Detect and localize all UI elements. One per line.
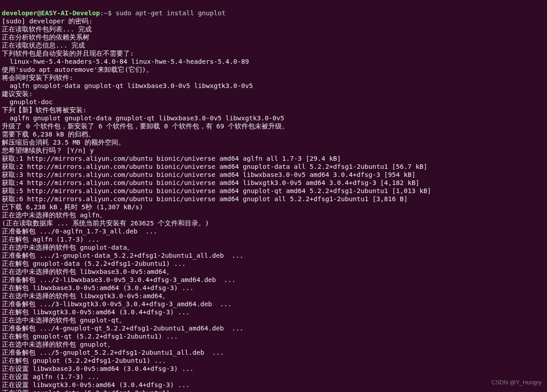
terminal-line: 获取:5 http://mirrors.aliyun.com/ubuntu bi… [2, 187, 545, 195]
terminal-line: 需要下载 6,238 kB 的归档。 [2, 130, 545, 138]
terminal-line: 正准备解包 .../3-libwxgtk3.0-0v5_3.0.4+dfsg-3… [2, 300, 545, 308]
terminal-line: 正在解包 gnuplot (5.2.2+dfsg1-2ubuntu1) ... [2, 357, 545, 365]
prompt-command: sudo apt-get install gnuplot [116, 9, 225, 17]
terminal-output[interactable]: developer@EASY-AI-Develop:~$ sudo apt-ge… [2, 1, 545, 392]
terminal-line: 解压缩后会消耗 23.5 MB 的额外空间。 [2, 138, 545, 146]
terminal-line: gnuplot-doc [2, 98, 545, 106]
terminal-line: aglfn gnuplot gnuplot-data gnuplot-qt li… [2, 114, 545, 122]
terminal-line: 获取:6 http://mirrors.aliyun.com/ubuntu bi… [2, 195, 545, 203]
terminal-line: 正在选中未选择的软件包 libwxgtk3.0-0v5:amd64。 [2, 292, 545, 300]
terminal-line: 正在读取状态信息... 完成 [2, 41, 545, 49]
terminal-line: aglfn gnuplot-data gnuplot-qt libwxbase3… [2, 82, 545, 90]
terminal-line: 获取:2 http://mirrors.aliyun.com/ubuntu bi… [2, 163, 545, 171]
terminal-line: 获取:4 http://mirrors.aliyun.com/ubuntu bi… [2, 179, 545, 187]
terminal-line: 正在设置 gnuplot-data (5.2.2+dfsg1-2ubuntu1)… [2, 389, 545, 392]
terminal-line: 正准备解包 .../0-aglfn_1.7-3_all.deb ... [2, 227, 545, 235]
terminal-line: 已下载 6,238 kB，耗时 5秒 (1,307 kB/s) [2, 203, 545, 211]
terminal-line: 正在设置 aglfn (1.7-3) ... [2, 373, 545, 381]
prompt-path: ~ [104, 9, 108, 17]
terminal-line: 正在解包 gnuplot-data (5.2.2+dfsg1-2ubuntu1)… [2, 260, 545, 268]
terminal-line: 正在分析软件包的依赖关系树 [2, 33, 545, 41]
terminal-line: 正在选中未选择的软件包 aglfn。 [2, 211, 545, 219]
terminal-line: 正在解包 libwxbase3.0-0v5:amd64 (3.0.4+dfsg-… [2, 284, 545, 292]
terminal-line: 将会同时安装下列软件: [2, 74, 545, 82]
prompt-line: developer@EASY-AI-Develop:~$ sudo apt-ge… [2, 9, 226, 17]
terminal-line: [sudo] developer 的密码: [2, 17, 545, 25]
terminal-line: 使用'sudo apt autoremove'来卸载它(它们)。 [2, 66, 545, 74]
watermark-text: CSDN @Y_Hungry [492, 379, 542, 387]
terminal-line: 正在设置 libwxgtk3.0-0v5:amd64 (3.0.4+dfsg-3… [2, 381, 545, 389]
prompt-user-host: developer@EASY-AI-Develop [2, 9, 100, 17]
terminal-line: 正准备解包 .../2-libwxbase3.0-0v5_3.0.4+dfsg-… [2, 276, 545, 284]
terminal-line: 正在解包 aglfn (1.7-3) ... [2, 235, 545, 243]
terminal-line: 您希望继续执行吗？ [Y/n] y [2, 146, 545, 154]
terminal-line: 建议安装: [2, 90, 545, 98]
terminal-lines: [sudo] developer 的密码:正在读取软件包列表... 完成正在分析… [2, 17, 545, 392]
terminal-line: 正在读取软件包列表... 完成 [2, 25, 545, 33]
terminal-line: 下列软件包是自动安装的并且现在不需要了: [2, 49, 545, 57]
terminal-line: 获取:1 http://mirrors.aliyun.com/ubuntu bi… [2, 154, 545, 163]
terminal-line: 正在选中未选择的软件包 libwxbase3.0-0v5:amd64。 [2, 268, 545, 276]
terminal-line: 正准备解包 .../1-gnuplot-data_5.2.2+dfsg1-2ub… [2, 251, 545, 260]
terminal-line: 正准备解包 .../5-gnuplot_5.2.2+dfsg1-2ubuntu1… [2, 348, 545, 357]
terminal-line: 升级了 0 个软件包，新安装了 6 个软件包，要卸载 0 个软件包，有 69 个… [2, 122, 545, 130]
terminal-line: 正准备解包 .../4-gnuplot-qt_5.2.2+dfsg1-2ubun… [2, 324, 545, 332]
terminal-line: linux-hwe-5.4-headers-5.4.0-84 linux-hwe… [2, 57, 545, 66]
terminal-line: (正在读取数据库 ... 系统当前共安装有 263625 个文件和目录。) [2, 219, 545, 227]
terminal-line: 获取:3 http://mirrors.aliyun.com/ubuntu bi… [2, 171, 545, 179]
terminal-line: 正在选中未选择的软件包 gnuplot。 [2, 340, 545, 348]
terminal-line: 正在选中未选择的软件包 gnuplot-qt。 [2, 316, 545, 324]
terminal-line: 正在解包 gnuplot-qt (5.2.2+dfsg1-2ubuntu1) .… [2, 332, 545, 340]
terminal-line: 正在解包 libwxgtk3.0-0v5:amd64 (3.0.4+dfsg-3… [2, 308, 545, 316]
terminal-line: 下列【新】软件包将被安装: [2, 106, 545, 114]
terminal-line: 正在设置 libwxbase3.0-0v5:amd64 (3.0.4+dfsg-… [2, 365, 545, 373]
terminal-line: 正在选中未选择的软件包 gnuplot-data。 [2, 243, 545, 251]
